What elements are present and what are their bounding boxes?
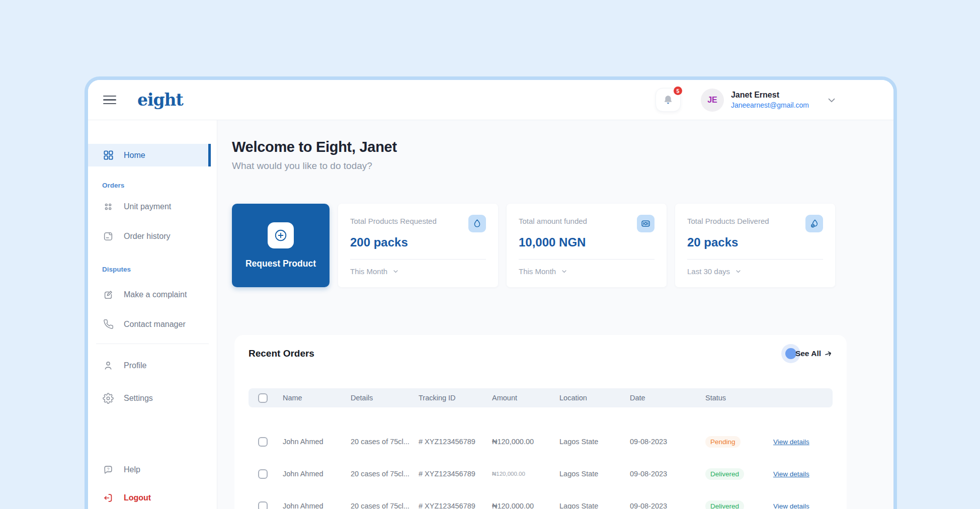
status-badge: Delivered xyxy=(705,500,744,509)
sidebar-item-unit-payment[interactable]: Unit payment xyxy=(88,195,217,218)
period-dropdown[interactable]: This Month xyxy=(519,267,568,276)
table-row: John Ahmed 20 cases of 75cl... # XYZ1234… xyxy=(249,426,833,458)
page-subtitle: What would you like to do today? xyxy=(232,160,893,172)
period-label: Last 30 days xyxy=(687,267,730,276)
page-title: Welcome to Eight, Janet xyxy=(232,139,893,155)
recent-orders-title: Recent Orders xyxy=(249,348,314,359)
dots-grid-icon xyxy=(102,201,114,212)
stat-value: 200 packs xyxy=(350,235,486,249)
sidebar-item-logout[interactable]: Logout xyxy=(88,486,217,509)
table-row: John Ahmed 20 cases of 75cl... # XYZ1234… xyxy=(249,458,833,490)
view-details-link[interactable]: View details xyxy=(773,470,809,478)
select-all-checkbox[interactable] xyxy=(258,393,268,403)
cell-date: 09-08-2023 xyxy=(624,438,699,446)
recent-orders-panel: Recent Orders See All Nam xyxy=(234,335,847,509)
sidebar-divider xyxy=(96,344,209,344)
sidebar-item-make-a-complaint[interactable]: Make a complaint xyxy=(88,283,217,306)
sidebar-item-contact-manager[interactable]: Contact manager xyxy=(88,313,217,335)
divider xyxy=(519,259,655,260)
droplet-icon xyxy=(468,215,486,232)
gear-icon xyxy=(102,393,114,404)
see-all-link[interactable]: See All xyxy=(790,349,833,358)
period-label: This Month xyxy=(519,267,556,276)
status-badge: Delivered xyxy=(705,468,744,480)
cell-date: 09-08-2023 xyxy=(624,502,699,509)
app-window: eight 5 JE Janet Ernest Janeearnest@gmai… xyxy=(85,76,897,509)
sidebar-item-home[interactable]: Home xyxy=(88,144,211,166)
cell-amount: ₦120,000.00 xyxy=(486,438,553,446)
status-badge: Pending xyxy=(705,436,741,448)
divider xyxy=(350,259,486,260)
header-right: 5 JE Janet Ernest Janeearnest@gmail.com xyxy=(656,88,837,112)
stat-card-products-requested: Total Products Requested 200 packs This … xyxy=(338,204,498,287)
cell-tracking-id: # XYZ123456789 xyxy=(413,470,486,478)
stat-card-products-delivered: Total Products Delivered 20 packs Last xyxy=(675,204,835,287)
sidebar-section-orders: Orders xyxy=(102,182,217,189)
sidebar-section-disputes: Disputes xyxy=(102,266,217,273)
cell-date: 09-08-2023 xyxy=(624,470,699,478)
phone-icon xyxy=(102,319,114,329)
orders-table: Name Details Tracking ID Amount Location… xyxy=(249,388,833,509)
stat-value: 20 packs xyxy=(687,235,823,249)
row-checkbox[interactable] xyxy=(258,469,268,479)
main-content: Welcome to Eight, Janet What would you l… xyxy=(217,120,893,509)
stats-cards-row: Request Product Total Products Requested… xyxy=(232,204,893,287)
column-header-name: Name xyxy=(277,394,345,402)
edit-pencil-icon xyxy=(102,289,114,300)
user-info: Janet Ernest Janeearnest@gmail.com xyxy=(731,91,809,109)
svg-text:?: ? xyxy=(107,466,110,471)
period-dropdown[interactable]: This Month xyxy=(350,267,399,276)
avatar[interactable]: JE xyxy=(701,89,724,112)
row-checkbox[interactable] xyxy=(258,437,268,447)
view-details-link[interactable]: View details xyxy=(773,502,809,509)
user-email: Janeearnest@gmail.com xyxy=(731,101,809,109)
plus-circle-icon xyxy=(268,222,294,248)
user-icon xyxy=(102,360,114,371)
cell-tracking-id: # XYZ123456789 xyxy=(413,502,486,509)
cell-name: John Ahmed xyxy=(277,438,345,446)
table-row: John Ahmed 20 cases of 75cl... # XYZ1234… xyxy=(249,490,833,509)
request-product-button[interactable]: Request Product xyxy=(232,204,330,287)
sidebar-item-label: Logout xyxy=(124,493,151,502)
chevron-down-icon xyxy=(392,268,399,275)
sidebar-item-label: Contact manager xyxy=(124,320,186,329)
sidebar-item-label: Make a complaint xyxy=(124,290,187,299)
sidebar: Home Orders Unit payment xyxy=(88,120,217,509)
see-all-label: See All xyxy=(795,349,821,358)
table-header-row: Name Details Tracking ID Amount Location… xyxy=(249,388,833,407)
period-dropdown[interactable]: Last 30 days xyxy=(687,267,742,276)
sidebar-item-label: Help xyxy=(124,465,140,474)
user-menu-chevron-down-icon[interactable] xyxy=(826,95,837,106)
sidebar-item-order-history[interactable]: Order history xyxy=(88,225,217,247)
hamburger-menu-icon[interactable] xyxy=(103,93,116,107)
chevron-down-icon xyxy=(734,268,742,275)
view-details-link[interactable]: View details xyxy=(773,438,809,446)
user-name: Janet Ernest xyxy=(731,91,809,100)
arrow-right-icon xyxy=(823,349,834,359)
cell-name: John Ahmed xyxy=(277,502,345,509)
cell-details: 20 cases of 75cl... xyxy=(345,438,413,446)
cell-name: John Ahmed xyxy=(277,470,345,478)
column-header-details: Details xyxy=(345,394,413,402)
column-header-status: Status xyxy=(699,394,767,402)
grid-icon xyxy=(102,149,114,161)
notification-badge: 5 xyxy=(674,87,682,95)
sidebar-item-label: Settings xyxy=(124,394,153,403)
sidebar-item-help[interactable]: ? Help xyxy=(88,458,217,481)
row-checkbox[interactable] xyxy=(258,501,268,509)
column-header-location: Location xyxy=(553,394,624,402)
app-header: eight 5 JE Janet Ernest Janeearnest@gmai… xyxy=(88,80,893,120)
sidebar-item-profile[interactable]: Profile xyxy=(88,354,217,377)
sidebar-item-label: Unit payment xyxy=(124,202,171,211)
droplet-check-icon xyxy=(805,215,823,232)
app-logo: eight xyxy=(137,90,183,110)
cell-location: Lagos State xyxy=(553,470,624,478)
cell-details: 20 cases of 75cl... xyxy=(345,502,413,509)
sidebar-item-label: Profile xyxy=(124,361,146,370)
stat-title: Total amount funded xyxy=(519,217,587,225)
notifications-button[interactable]: 5 xyxy=(656,88,681,112)
sidebar-item-settings[interactable]: Settings xyxy=(88,387,217,409)
period-label: This Month xyxy=(350,267,387,276)
column-header-amount: Amount xyxy=(486,394,553,402)
document-clock-icon xyxy=(102,231,114,242)
